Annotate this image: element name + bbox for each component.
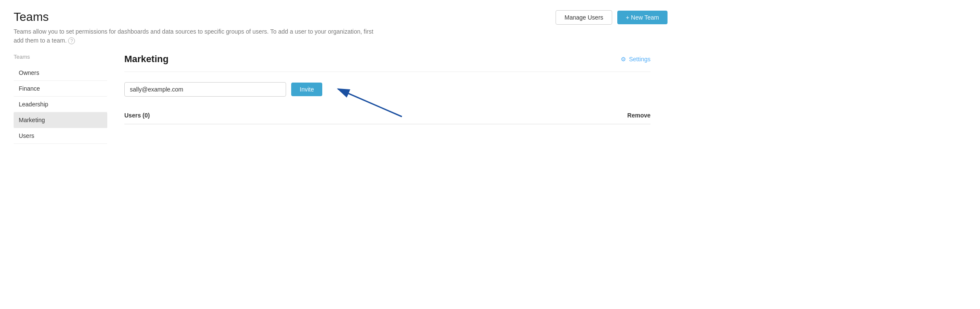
page-title: Teams xyxy=(14,10,380,24)
help-icon[interactable]: ? xyxy=(68,37,75,44)
gear-icon: ⚙ xyxy=(621,56,626,63)
header-left: Teams Teams allow you to set permissions… xyxy=(14,10,380,45)
sidebar-item-users[interactable]: Users xyxy=(14,128,107,144)
page-header: Teams Teams allow you to set permissions… xyxy=(14,10,668,45)
sidebar-section-title: Teams xyxy=(14,54,107,60)
users-table-header: Users (0) Remove xyxy=(124,107,650,124)
invite-button-wrapper: Invite xyxy=(291,83,322,96)
page-description: Teams allow you to set permissions for d… xyxy=(14,27,380,45)
team-name-title: Marketing xyxy=(124,54,169,65)
users-count-label: Users (0) xyxy=(124,112,150,119)
sidebar-item-leadership[interactable]: Leadership xyxy=(14,97,107,112)
manage-users-button[interactable]: Manage Users xyxy=(556,10,612,25)
remove-label: Remove xyxy=(628,112,650,119)
invite-button[interactable]: Invite xyxy=(291,83,322,96)
new-team-button[interactable]: + New Team xyxy=(617,11,668,24)
content-panel: Marketing ⚙ Settings Invite xyxy=(107,54,668,144)
sidebar-item-finance[interactable]: Finance xyxy=(14,81,107,97)
header-actions: Manage Users + New Team xyxy=(556,10,668,25)
settings-label: Settings xyxy=(629,56,650,63)
invite-section: Invite xyxy=(124,82,650,97)
main-layout: Teams Owners Finance Leadership Marketin… xyxy=(14,54,668,144)
sidebar-item-owners[interactable]: Owners xyxy=(14,65,107,81)
content-header: Marketing ⚙ Settings xyxy=(124,54,650,72)
sidebar: Teams Owners Finance Leadership Marketin… xyxy=(14,54,107,144)
sidebar-item-marketing[interactable]: Marketing xyxy=(14,112,107,128)
settings-link[interactable]: ⚙ Settings xyxy=(621,56,650,63)
invite-email-input[interactable] xyxy=(124,82,286,97)
